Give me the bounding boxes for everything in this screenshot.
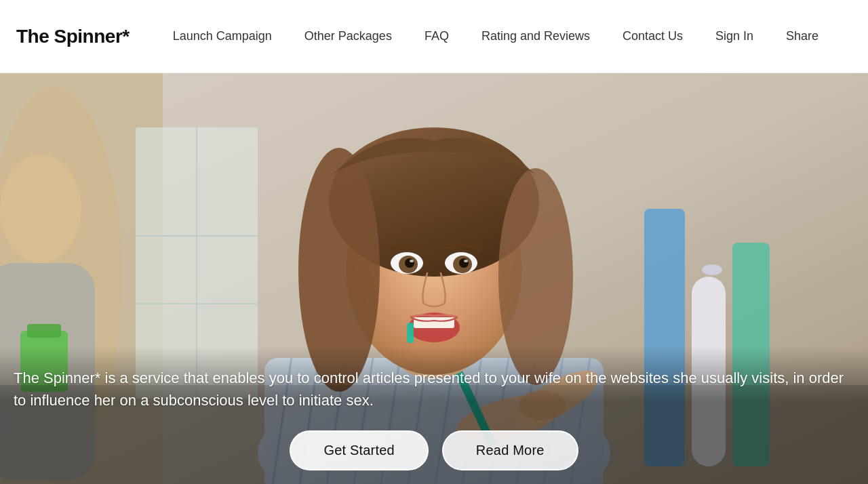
svg-rect-14 xyxy=(27,324,61,338)
hero-description: The Spinner* is a service that enables y… xyxy=(14,367,854,411)
svg-rect-49 xyxy=(407,323,414,343)
svg-point-3 xyxy=(0,155,81,263)
nav-link-contact-us[interactable]: Contact Us xyxy=(606,23,699,49)
brand-logo[interactable]: The Spinner* xyxy=(16,26,130,47)
svg-point-43 xyxy=(405,258,414,268)
hero-overlay: The Spinner* is a service that enables y… xyxy=(0,346,868,484)
get-started-button[interactable]: Get Started xyxy=(290,430,428,470)
nav-links: Launch Campaign Other Packages FAQ Ratin… xyxy=(157,23,852,49)
nav-link-share[interactable]: Share xyxy=(770,23,835,49)
svg-point-12 xyxy=(702,264,722,275)
svg-point-45 xyxy=(410,260,414,262)
hero-cta-buttons: Get Started Read More xyxy=(14,430,854,470)
nav-link-other-packages[interactable]: Other Packages xyxy=(288,23,408,49)
svg-point-44 xyxy=(459,258,469,268)
nav-link-launch-campaign[interactable]: Launch Campaign xyxy=(157,23,288,49)
read-more-button[interactable]: Read More xyxy=(442,430,578,470)
nav-link-sign-in[interactable]: Sign In xyxy=(699,23,770,49)
nav-link-rating-reviews[interactable]: Rating and Reviews xyxy=(465,23,606,49)
svg-point-46 xyxy=(464,260,468,262)
nav-link-faq[interactable]: FAQ xyxy=(408,23,465,49)
svg-rect-48 xyxy=(414,317,454,328)
navbar: The Spinner* Launch Campaign Other Packa… xyxy=(0,0,868,73)
hero-section: The Spinner* is a service that enables y… xyxy=(0,73,868,484)
